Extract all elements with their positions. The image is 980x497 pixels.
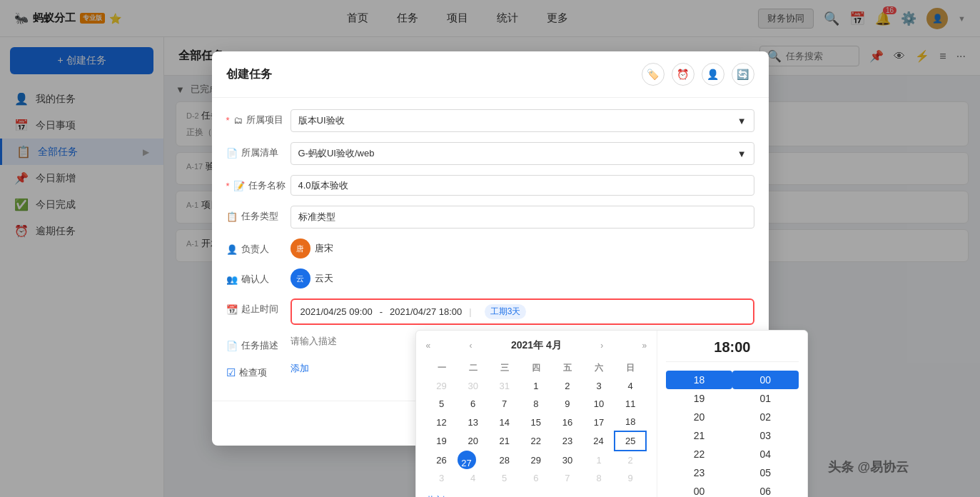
assignee-row: 👤 负责人 唐 唐宋 [226,239,754,258]
hour-cell[interactable]: 22 [666,445,732,463]
weekday-tue: 二 [458,359,489,377]
calendar-day[interactable]: 30 [458,377,489,395]
calendar-day[interactable]: 26 [426,451,458,469]
person-icon-btn[interactable]: 👤 [702,63,724,86]
calendar-panel: « ‹ 2021年 4月 › » 一 二 三 四 五 六 [416,331,658,497]
prev-month-btn[interactable]: ‹ [470,341,473,351]
list-row: 📄 所属清单 G-蚂蚁UI验收/web ▼ [226,142,754,165]
minute-cell[interactable]: 01 [732,389,799,408]
prev-year-btn[interactable]: « [426,341,431,351]
calendar-day[interactable]: 1 [583,451,615,469]
calendar-day[interactable]: 5 [489,469,520,487]
calendar-day[interactable]: 5 [426,395,458,413]
weekday-thu: 四 [520,359,552,377]
calendar-header: « ‹ 2021年 4月 › » [426,339,647,352]
list-select[interactable]: G-蚂蚁UI验收/web ▼ [291,142,754,165]
modal-title: 创建任务 [226,67,272,82]
tag-icon-btn[interactable]: 🏷️ [642,63,665,86]
next-year-btn[interactable]: » [642,341,647,351]
task-type-dropdown[interactable]: 标准类型 [291,206,754,229]
time-field-box[interactable]: 2021/04/25 09:00 - 2021/04/27 18:00 | 工期… [291,298,754,325]
calendar-day[interactable]: 15 [520,413,552,431]
list-dropdown[interactable]: G-蚂蚁UI验收/web ▼ [291,142,754,165]
calendar-grid: 一 二 三 四 五 六 日 29303112345678910111213141… [426,359,647,487]
project-dropdown[interactable]: 版本UI验收 ▼ [291,109,754,132]
calendar-day[interactable]: 11 [615,395,646,413]
assignee-person[interactable]: 唐 唐宋 [291,239,754,258]
refresh-icon-btn[interactable]: 🔄 [732,63,754,86]
calendar-day[interactable]: 8 [520,395,552,413]
calendar-day[interactable]: 12 [426,413,458,431]
calendar-day[interactable]: 6 [458,395,489,413]
minute-cell[interactable]: 05 [732,463,799,482]
calendar-day[interactable]: 27 [458,451,476,469]
hour-cell[interactable]: 21 [666,426,732,445]
calendar-day[interactable]: 20 [458,431,489,451]
modal-overlay[interactable]: 创建任务 🏷️ ⏰ 👤 🔄 * 🗂 所属项目 版本UI验收 [0,0,980,497]
calendar-day[interactable]: 16 [552,413,583,431]
calendar-day[interactable]: 9 [552,395,583,413]
calendar-day[interactable]: 13 [458,413,489,431]
hour-cell[interactable]: 00 [666,482,732,497]
task-name-field[interactable] [291,175,754,196]
minute-cell[interactable]: 02 [732,408,799,426]
confirmer-row: 👥 确认人 云 云天 [226,268,754,288]
task-name-row: * 📝 任务名称 [226,175,754,196]
calendar-day[interactable]: 22 [520,431,552,451]
calendar-day[interactable]: 7 [552,469,583,487]
time-picker: 18:00 1819202122230001020304050607 00010… [657,331,807,497]
calendar-day[interactable]: 1 [520,377,552,395]
label-icon: 👤 [226,244,238,255]
calendar-day[interactable]: 7 [489,395,520,413]
minute-cell[interactable]: 03 [732,426,799,445]
calendar-day[interactable]: 29 [520,451,552,469]
confirmer-person[interactable]: 云 云天 [291,268,754,288]
calendar-day[interactable]: 10 [583,395,615,413]
calendar-day[interactable]: 3 [583,377,615,395]
calendar-day[interactable]: 29 [426,377,458,395]
calendar-day[interactable]: 21 [489,431,520,451]
calendar-day[interactable]: 18 [615,413,646,431]
weekday-sun: 日 [615,359,646,377]
calendar-day[interactable]: 4 [458,469,489,487]
calendar-day[interactable]: 24 [583,431,615,451]
minute-cell[interactable]: 00 [732,371,799,389]
time-field[interactable]: 2021/04/25 09:00 - 2021/04/27 18:00 | 工期… [291,298,754,325]
calendar-day[interactable]: 30 [552,451,583,469]
calendar-day[interactable]: 6 [520,469,552,487]
now-button[interactable]: 此刻 [426,494,445,497]
modal-header-icons: 🏷️ ⏰ 👤 🔄 [642,63,754,86]
hour-cell[interactable]: 23 [666,463,732,482]
task-name-input[interactable] [291,175,754,196]
calendar-day[interactable]: 17 [583,413,615,431]
modal-header: 创建任务 🏷️ ⏰ 👤 🔄 [212,51,769,98]
minute-cell[interactable]: 04 [732,445,799,463]
calendar-title: 2021年 4月 [511,339,562,352]
hour-cell[interactable]: 18 [666,371,732,389]
time-start: 2021/04/25 09:00 [300,306,373,317]
calendar-day[interactable]: 25 [615,431,646,451]
next-month-btn[interactable]: › [600,341,603,351]
hour-cell[interactable]: 19 [666,389,732,408]
calendar-day[interactable]: 23 [552,431,583,451]
project-label: * 🗂 所属项目 [226,109,291,126]
calendar-day[interactable]: 2 [552,377,583,395]
calendar-day[interactable]: 31 [489,377,520,395]
calendar-day[interactable]: 8 [583,469,615,487]
calendar-day[interactable]: 28 [489,451,520,469]
calendar-day[interactable]: 4 [615,377,646,395]
calendar-day[interactable]: 19 [426,431,458,451]
calendar-day[interactable]: 9 [615,469,646,487]
add-checklist-button[interactable]: 添加 [291,363,309,373]
calendar-day[interactable]: 3 [426,469,458,487]
calendar-day[interactable]: 2 [615,451,646,469]
clock-icon-btn[interactable]: ⏰ [672,63,694,86]
task-type-select[interactable]: 标准类型 [291,206,754,229]
minute-cell[interactable]: 06 [732,482,799,497]
time-header: 18:00 [666,339,798,362]
calendar-day[interactable]: 14 [489,413,520,431]
time-label: 📆 起止时间 [226,298,291,316]
project-select[interactable]: 版本UI验收 ▼ [291,109,754,132]
hour-cell[interactable]: 20 [666,408,732,426]
time-separator: - [380,306,383,317]
